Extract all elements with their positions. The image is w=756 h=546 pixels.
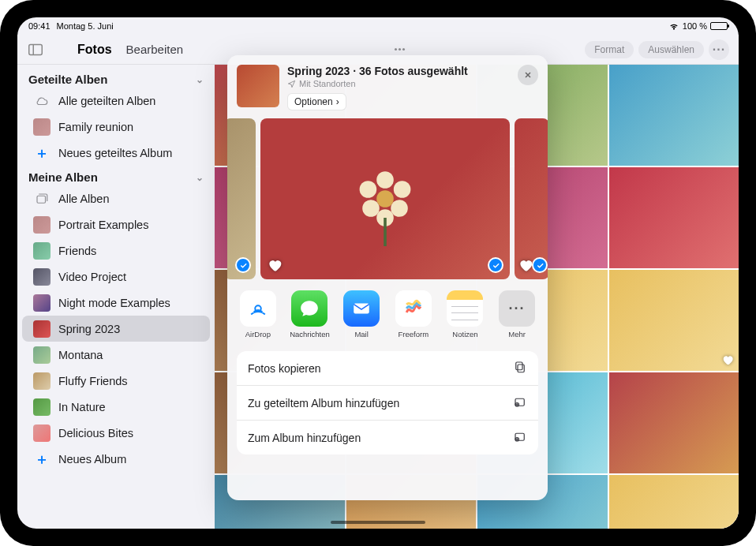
svg-rect-2 xyxy=(37,196,46,203)
sidebar-item-label: Neues geteiltes Album xyxy=(58,147,172,159)
sidebar-item-label: Friends xyxy=(58,245,96,257)
target-label: Mail xyxy=(354,330,368,338)
home-indicator[interactable] xyxy=(331,521,425,524)
selected-check-icon xyxy=(235,257,251,273)
sidebar-item-family-reunion[interactable]: Family reunion xyxy=(22,114,210,140)
svg-point-5 xyxy=(391,200,408,217)
sidebar-item-all-shared[interactable]: Alle geteilten Alben xyxy=(22,88,210,114)
share-target-notes[interactable]: Notizen xyxy=(443,290,487,338)
preview-main[interactable] xyxy=(260,118,510,279)
share-sheet-header: Spring 2023 · 36 Fotos ausgewählt Mit St… xyxy=(227,55,548,117)
share-subtitle: Mit Standorten xyxy=(287,79,510,88)
action-add-shared-album[interactable]: Zu geteiltem Album hinzufügen xyxy=(237,386,538,421)
screen: 09:41 Montag 5. Juni 100 % Fotos Bearbei… xyxy=(17,17,739,529)
sidebar-item-label: Delicious Bites xyxy=(58,427,133,439)
sidebar-item-video[interactable]: Video Project xyxy=(22,264,210,290)
sidebar-item-portrait[interactable]: Portrait Examples xyxy=(22,211,210,237)
favorite-icon xyxy=(721,353,734,366)
photo-cell[interactable] xyxy=(609,167,739,268)
share-title: Spring 2023 · 36 Fotos ausgewählt xyxy=(287,65,510,77)
status-time: 09:41 xyxy=(28,21,51,31)
action-copy-photos[interactable]: Fotos kopieren xyxy=(237,351,538,386)
album-thumb-icon xyxy=(33,268,51,286)
sidebar-item-night[interactable]: Night mode Examples xyxy=(22,290,210,316)
more-icon: ··· xyxy=(499,290,535,327)
sidebar-item-label: Fluffy Friends xyxy=(58,375,128,387)
cloud-icon xyxy=(33,92,51,110)
action-label: Fotos kopieren xyxy=(248,362,321,375)
mail-icon xyxy=(343,290,380,327)
ipad-device-frame: 09:41 Montag 5. Juni 100 % Fotos Bearbei… xyxy=(0,0,756,546)
target-label: Freeform xyxy=(399,330,429,338)
format-button[interactable]: Format xyxy=(585,41,634,58)
plus-icon: ＋ xyxy=(33,144,51,162)
album-thumb-icon xyxy=(33,294,51,312)
section-label: Meine Alben xyxy=(28,170,98,184)
svg-point-3 xyxy=(376,171,394,189)
share-targets-row: AirDrop Nachrichten Mail Freeform Notize… xyxy=(227,284,548,343)
more-button[interactable]: ··· xyxy=(709,39,729,60)
favorite-icon xyxy=(267,257,283,273)
sidebar-item-new-shared[interactable]: ＋ Neues geteiltes Album xyxy=(22,140,210,166)
share-actions-list: Fotos kopieren Zu geteiltem Album hinzuf… xyxy=(237,351,538,454)
album-thumb-icon xyxy=(33,216,51,234)
add-album-icon xyxy=(513,429,527,446)
svg-rect-13 xyxy=(518,365,524,372)
target-label: AirDrop xyxy=(245,330,271,338)
share-target-freeform[interactable]: Freeform xyxy=(391,290,436,338)
album-thumb-icon xyxy=(33,424,51,442)
sidebar-item-friends[interactable]: Friends xyxy=(22,237,210,264)
notes-icon xyxy=(447,290,483,327)
sidebar[interactable]: Geteilte Alben ⌄ Alle geteilten Alben Fa… xyxy=(17,65,215,529)
copy-icon xyxy=(513,360,527,376)
flower-illustration xyxy=(338,151,432,246)
svg-rect-14 xyxy=(516,362,522,370)
svg-point-4 xyxy=(394,181,411,198)
sidebar-item-montana[interactable]: Montana xyxy=(22,342,210,368)
album-thumb-icon xyxy=(33,118,51,136)
sidebar-item-label: Family reunion xyxy=(58,121,133,133)
sidebar-item-all-albums[interactable]: Alle Alben xyxy=(22,185,210,211)
section-label: Geteilte Alben xyxy=(28,73,107,86)
shared-album-icon xyxy=(513,395,527,411)
photo-cell[interactable] xyxy=(609,372,739,473)
share-target-more[interactable]: ··· Mehr xyxy=(495,290,539,338)
options-button[interactable]: Optionen › xyxy=(287,93,346,110)
messages-icon xyxy=(291,290,327,327)
share-target-mail[interactable]: Mail xyxy=(339,290,384,338)
status-bar: 09:41 Montag 5. Juni 100 % xyxy=(17,17,739,35)
share-preview-strip[interactable] xyxy=(227,117,548,284)
svg-point-7 xyxy=(362,200,380,217)
svg-point-8 xyxy=(360,181,377,198)
select-button[interactable]: Auswählen xyxy=(638,41,704,58)
sidebar-toggle-icon[interactable] xyxy=(27,41,44,58)
action-add-album[interactable]: Zum Album hinzufügen xyxy=(237,421,538,454)
edit-button[interactable]: Bearbeiten xyxy=(126,43,184,56)
selected-check-icon xyxy=(488,257,503,273)
share-target-messages[interactable]: Nachrichten xyxy=(287,290,331,338)
share-thumbnail xyxy=(237,65,279,107)
action-label: Zu geteiltem Album hinzufügen xyxy=(248,397,399,410)
photo-cell[interactable] xyxy=(609,270,739,371)
close-button[interactable] xyxy=(518,65,538,85)
sidebar-section-shared[interactable]: Geteilte Alben ⌄ xyxy=(17,68,215,88)
sidebar-item-delicious[interactable]: Delicious Bites xyxy=(22,420,210,446)
status-date: Montag 5. Juni xyxy=(57,21,114,31)
sidebar-item-label: Alle geteilten Alben xyxy=(58,95,155,107)
sidebar-item-new-album[interactable]: ＋Neues Album xyxy=(22,446,210,472)
photo-cell[interactable] xyxy=(609,475,739,529)
sidebar-section-my[interactable]: Meine Alben ⌄ xyxy=(17,166,215,185)
chevron-down-icon: ⌄ xyxy=(196,172,204,183)
photo-cell[interactable] xyxy=(609,65,739,166)
sidebar-item-fluffy[interactable]: Fluffy Friends xyxy=(22,368,210,394)
preview-thumb[interactable] xyxy=(227,118,256,279)
location-icon xyxy=(287,80,296,88)
sidebar-item-label: Portrait Examples xyxy=(58,219,148,231)
sidebar-item-spring-2023[interactable]: Spring 2023 xyxy=(22,316,210,342)
sidebar-item-label: Video Project xyxy=(58,271,126,283)
window-grip-icon[interactable] xyxy=(395,48,405,50)
sidebar-item-label: Montana xyxy=(58,349,103,361)
share-target-airdrop[interactable]: AirDrop xyxy=(236,290,280,338)
preview-thumb[interactable] xyxy=(515,118,548,279)
sidebar-item-nature[interactable]: In Nature xyxy=(22,394,210,420)
